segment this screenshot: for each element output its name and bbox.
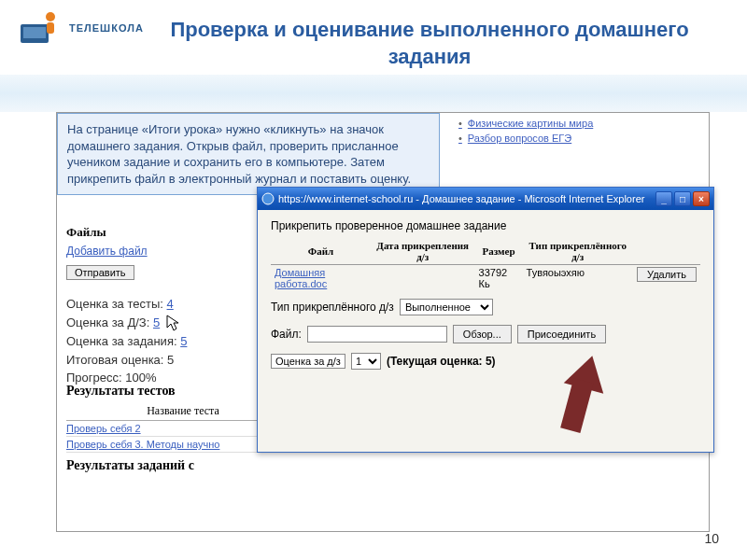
side-link-0[interactable]: •Физические картины мира bbox=[458, 118, 593, 129]
grade-dz-value[interactable]: 5 bbox=[153, 315, 160, 329]
progress-value: 100% bbox=[125, 371, 156, 385]
grade-total-label: Итоговая оценка: bbox=[66, 353, 163, 367]
attached-files-table: Файл Дата прикрепления д/з Размер Тип пр… bbox=[271, 238, 700, 291]
grade-select[interactable]: 1 bbox=[351, 353, 381, 370]
side-links: •Физические картины мира •Разбор вопросо… bbox=[458, 118, 593, 147]
background-wave bbox=[0, 75, 747, 112]
close-button[interactable]: × bbox=[693, 191, 710, 206]
side-link-1[interactable]: •Разбор вопросов ЕГЭ bbox=[458, 133, 593, 144]
instruction-callout: На странице «Итоги урока» нужно «кликнут… bbox=[57, 113, 440, 195]
grades-block: Оценка за тесты: 4 Оценка за Д/З: 5 Оцен… bbox=[66, 295, 187, 387]
popup-titlebar[interactable]: https://www.internet-school.ru - Домашне… bbox=[258, 188, 713, 210]
file-input[interactable] bbox=[307, 326, 447, 343]
popup-body: Прикрепить проверенное домашнее задание … bbox=[258, 210, 713, 379]
popup-title: https://www.internet-school.ru - Домашне… bbox=[278, 193, 655, 204]
table-row: Домашняя работа.doc 33792 Кь Тувяоыэхяю … bbox=[271, 265, 700, 292]
col-file: Файл bbox=[271, 238, 371, 265]
cursor-icon bbox=[165, 314, 180, 332]
homework-popup-window: https://www.internet-school.ru - Домашне… bbox=[257, 187, 714, 453]
maximize-button[interactable]: □ bbox=[674, 191, 691, 206]
grade-label: Оценка за д/з bbox=[271, 354, 345, 369]
progress-label: Прогресс: bbox=[66, 371, 122, 385]
attach-button[interactable]: Присоединить bbox=[517, 325, 606, 343]
current-grade-text: (Текущая оценка: 5) bbox=[387, 355, 496, 368]
grade-dz-label: Оценка за Д/З: bbox=[66, 315, 149, 329]
minimize-button[interactable]: _ bbox=[655, 191, 672, 206]
cell-type: Тувяоыэхяю bbox=[523, 265, 633, 292]
add-file-link[interactable]: Добавить файл bbox=[66, 245, 148, 258]
delete-button[interactable]: Удалить bbox=[637, 267, 697, 282]
type-label: Тип прикреплённого д/з bbox=[271, 301, 394, 314]
results-tasks-header: Результаты заданий с bbox=[66, 458, 194, 473]
files-section: Файлы Добавить файл Отправить bbox=[66, 225, 253, 280]
slide-title: Проверка и оценивание выполненного домаш… bbox=[131, 17, 728, 70]
svg-rect-1 bbox=[23, 27, 46, 38]
col-type: Тип прикреплённого д/з bbox=[523, 238, 633, 265]
svg-point-4 bbox=[262, 193, 274, 204]
col-date: Дата прикрепления д/з bbox=[371, 238, 475, 265]
grade-tasks-label: Оценка за задания: bbox=[66, 334, 177, 348]
file-label: Файл: bbox=[271, 328, 302, 341]
grade-tests-value[interactable]: 4 bbox=[167, 297, 174, 311]
grade-tasks-value[interactable]: 5 bbox=[180, 334, 187, 348]
browse-button[interactable]: Обзор... bbox=[453, 325, 512, 343]
logo: ТЕЛЕШКОЛА bbox=[19, 9, 144, 47]
grade-tests-label: Оценка за тесты: bbox=[66, 297, 163, 311]
page-number: 10 bbox=[704, 531, 719, 546]
col-size: Размер bbox=[475, 238, 523, 265]
cell-size: 33792 Кь bbox=[475, 265, 523, 292]
file-link[interactable]: Домашняя работа.doc bbox=[275, 267, 327, 289]
svg-rect-3 bbox=[47, 22, 54, 34]
popup-heading: Прикрепить проверенное домашнее задание bbox=[271, 219, 700, 232]
grade-total-value: 5 bbox=[167, 353, 174, 367]
ie-icon bbox=[261, 192, 275, 205]
send-button[interactable]: Отправить bbox=[66, 265, 134, 280]
logo-icon bbox=[19, 9, 65, 47]
cell-date bbox=[371, 265, 475, 292]
type-select[interactable]: Выполненное bbox=[400, 299, 493, 315]
files-label: Файлы bbox=[66, 225, 253, 240]
svg-point-2 bbox=[46, 12, 55, 21]
